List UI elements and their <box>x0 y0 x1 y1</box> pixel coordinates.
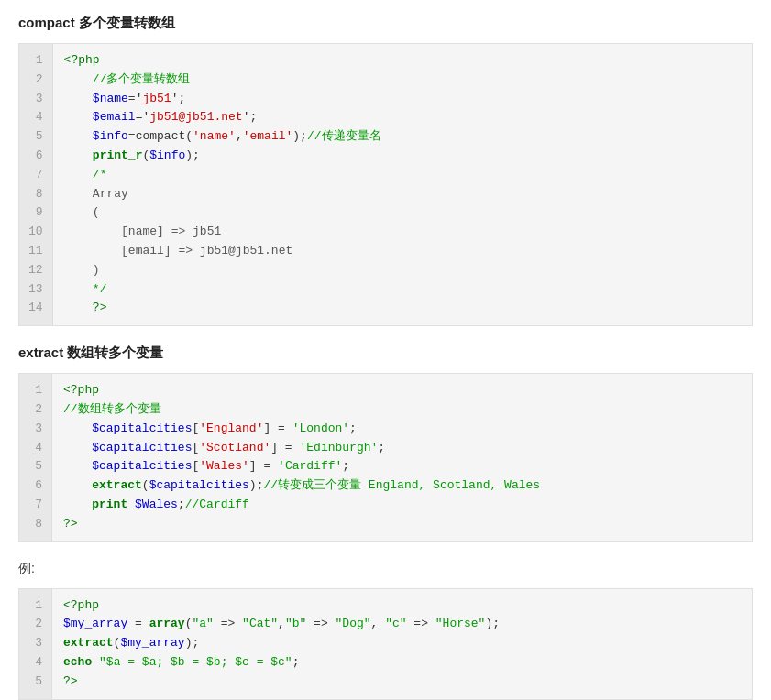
code-block-1: 1234567891011121314 <?php //多个变量转数组 $nam… <box>18 43 753 326</box>
line-numbers-1: 1234567891011121314 <box>19 44 53 325</box>
section2-title: extract 数组转多个变量 <box>18 345 753 362</box>
line-numbers-3: 12345 <box>19 589 52 699</box>
code-block-2: 12345678 <?php//数组转多个变量 $capitalcities['… <box>18 373 753 541</box>
example-label: 例: <box>18 561 753 577</box>
code-content-2: <?php//数组转多个变量 $capitalcities['England']… <box>52 374 752 541</box>
code-block-3: 12345 <?php$my_array = array("a" => "Cat… <box>18 588 753 700</box>
section1-title: compact 多个变量转数组 <box>18 15 753 32</box>
code-content-3: <?php$my_array = array("a" => "Cat","b" … <box>52 589 752 699</box>
code-content-1: <?php //多个变量转数组 $name='jb51'; $email='jb… <box>53 44 752 325</box>
line-numbers-2: 12345678 <box>19 374 52 541</box>
